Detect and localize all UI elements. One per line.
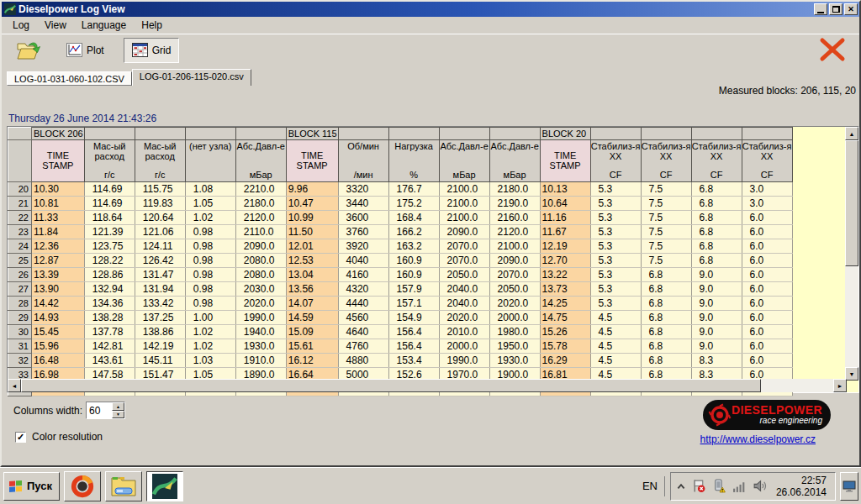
- cell[interactable]: 3440: [338, 197, 388, 211]
- cell[interactable]: 14.75: [540, 311, 590, 325]
- scroll-up-button[interactable]: ▲: [845, 127, 858, 140]
- cell[interactable]: 14.59: [286, 311, 338, 325]
- cell[interactable]: 6.8: [641, 282, 691, 297]
- cell[interactable]: 3.0: [742, 197, 792, 211]
- network-signal-icon[interactable]: [732, 479, 747, 493]
- cell[interactable]: 2050.0: [489, 282, 540, 297]
- cell[interactable]: 6.8: [691, 225, 742, 239]
- cell[interactable]: 16.12: [286, 354, 338, 368]
- cell[interactable]: 142.81: [84, 339, 135, 354]
- cell[interactable]: 10.47: [286, 197, 338, 211]
- cell[interactable]: 2110.0: [235, 225, 286, 239]
- cell[interactable]: 15.09: [286, 325, 338, 339]
- cell[interactable]: 2120.0: [235, 211, 286, 225]
- cell[interactable]: 131.94: [135, 282, 185, 297]
- cell[interactable]: 4.5: [590, 354, 641, 368]
- cell[interactable]: 3760: [338, 225, 388, 239]
- cell[interactable]: 5.3: [590, 225, 641, 239]
- tab-log-206[interactable]: LOG-01-206-115-020.csv: [132, 69, 251, 86]
- cell[interactable]: 6.8: [641, 297, 691, 311]
- cell[interactable]: 175.2: [388, 197, 439, 211]
- scroll-down-button[interactable]: ▼: [845, 367, 858, 381]
- cell[interactable]: 6.8: [691, 254, 742, 268]
- cell[interactable]: 138.28: [84, 311, 135, 325]
- cell[interactable]: 1910.0: [235, 354, 286, 368]
- cell[interactable]: 6.0: [742, 354, 792, 368]
- language-indicator[interactable]: EN: [636, 476, 665, 496]
- cell[interactable]: 5.3: [590, 211, 641, 225]
- cell[interactable]: 0.98: [185, 254, 235, 268]
- chevron-up-icon[interactable]: [676, 481, 686, 491]
- cell[interactable]: 9.0: [691, 311, 742, 325]
- volume-icon[interactable]: [753, 479, 767, 493]
- cell[interactable]: 1940.0: [235, 325, 286, 339]
- cell[interactable]: 2120.0: [489, 225, 540, 239]
- cell[interactable]: 16.48: [32, 354, 85, 368]
- horizontal-scrollbar[interactable]: ◄ ►: [8, 379, 847, 392]
- cell[interactable]: 7.5: [641, 225, 691, 239]
- cell[interactable]: 5.3: [590, 297, 641, 311]
- cell[interactable]: 121.06: [135, 225, 185, 239]
- cell[interactable]: 2100.0: [439, 197, 489, 211]
- cell[interactable]: 6.0: [742, 297, 792, 311]
- row-number[interactable]: 21: [8, 197, 32, 211]
- cell[interactable]: 7.5: [641, 239, 691, 254]
- cell[interactable]: 3320: [338, 182, 388, 197]
- cell[interactable]: 114.69: [84, 182, 135, 197]
- cell[interactable]: 166.2: [388, 225, 439, 239]
- cell[interactable]: 160.9: [388, 254, 439, 268]
- grid-button[interactable]: Grid: [124, 38, 180, 63]
- cell[interactable]: 15.26: [540, 325, 590, 339]
- cell[interactable]: 6.8: [691, 211, 742, 225]
- cell[interactable]: 4.5: [590, 311, 641, 325]
- cell[interactable]: 14.07: [286, 297, 338, 311]
- cell[interactable]: 7.5: [641, 254, 691, 268]
- plot-button[interactable]: Plot: [59, 38, 112, 63]
- cell[interactable]: 5.3: [590, 197, 641, 211]
- cell[interactable]: 128.22: [84, 254, 135, 268]
- cell[interactable]: 12.70: [540, 254, 590, 268]
- scroll-left-button[interactable]: ◄: [8, 379, 21, 392]
- cell[interactable]: 2180.0: [235, 197, 286, 211]
- close-file-button[interactable]: [817, 36, 848, 63]
- start-button[interactable]: Пуск: [3, 472, 60, 501]
- cell[interactable]: 6.8: [641, 354, 691, 368]
- spin-up-button[interactable]: ▲: [112, 402, 124, 411]
- cell[interactable]: 2100.0: [439, 182, 489, 197]
- minimize-button[interactable]: [814, 3, 827, 15]
- vscroll-thumb[interactable]: [845, 140, 858, 266]
- cell[interactable]: 2070.0: [439, 254, 489, 268]
- cell[interactable]: 2100.0: [439, 211, 489, 225]
- cell[interactable]: 6.8: [641, 325, 691, 339]
- cell[interactable]: 2020.0: [235, 297, 286, 311]
- row-number[interactable]: 26: [8, 268, 32, 282]
- cell[interactable]: 11.16: [540, 211, 590, 225]
- row-number[interactable]: 22: [8, 211, 32, 225]
- cell[interactable]: 6.0: [742, 239, 792, 254]
- cell[interactable]: 168.4: [388, 211, 439, 225]
- cell[interactable]: 176.7: [388, 182, 439, 197]
- cell[interactable]: 0.98: [185, 268, 235, 282]
- cell[interactable]: 6.0: [742, 282, 792, 297]
- cell[interactable]: 1.03: [185, 354, 235, 368]
- cell[interactable]: 4880: [338, 354, 388, 368]
- cell[interactable]: 13.90: [32, 282, 85, 297]
- cell[interactable]: 7.5: [641, 182, 691, 197]
- cell[interactable]: 4760: [338, 339, 388, 354]
- cell[interactable]: 12.01: [286, 239, 338, 254]
- taskbar-clock[interactable]: 22:57 26.06.2014: [773, 475, 830, 498]
- cell[interactable]: 1950.0: [489, 339, 540, 354]
- cell[interactable]: 160.9: [388, 268, 439, 282]
- cell[interactable]: 6.0: [742, 225, 792, 239]
- cell[interactable]: 11.50: [286, 225, 338, 239]
- cell[interactable]: 137.78: [84, 325, 135, 339]
- cell[interactable]: 143.61: [84, 354, 135, 368]
- cell[interactable]: 2050.0: [439, 268, 489, 282]
- menu-language[interactable]: Language: [74, 18, 134, 33]
- browser-taskbar-button[interactable]: [64, 471, 101, 501]
- cell[interactable]: 128.86: [84, 268, 135, 282]
- cell[interactable]: 11.67: [540, 225, 590, 239]
- cell[interactable]: 6.8: [691, 182, 742, 197]
- cell[interactable]: 2010.0: [439, 325, 489, 339]
- cell[interactable]: 123.75: [84, 239, 135, 254]
